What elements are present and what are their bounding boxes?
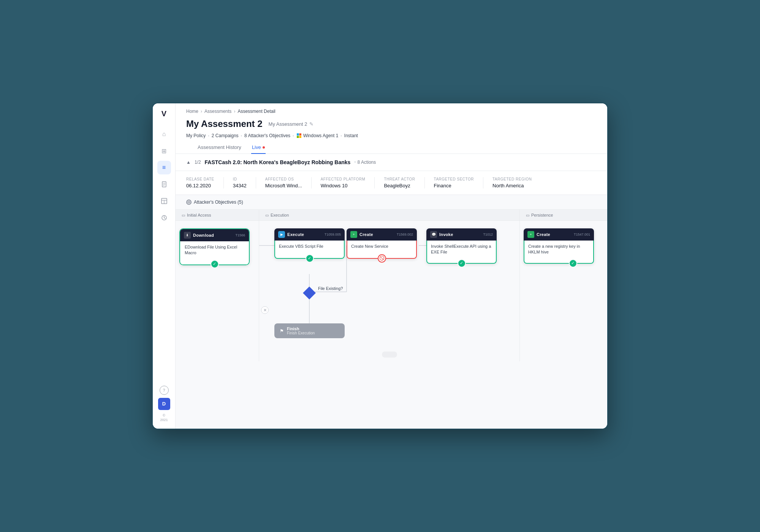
execute-id: T1059.005: [325, 233, 341, 236]
lane-body-initial-access: ⬇ Download T1566 EDownload File Using Ex…: [176, 221, 259, 354]
create-body: Create New Service 🚫: [347, 241, 417, 259]
info-col-date: Relase Date 06.12.2020: [186, 177, 224, 188]
info-label-os: Affected OS: [265, 177, 302, 181]
info-value-sector: Finance: [434, 183, 474, 188]
breadcrumb: Home › Assessments › Assessment Detail: [176, 103, 607, 114]
lane-header-execution: ▭ Execution: [259, 210, 519, 221]
scroll-indicator: [382, 352, 397, 358]
objectives-label: Attacker's Objectives (5): [194, 200, 243, 205]
campaign-toggle[interactable]: ▲: [186, 160, 191, 165]
tab-live[interactable]: Live: [251, 141, 266, 154]
sidebar-item-grid[interactable]: ⊞: [157, 144, 171, 158]
info-value-region: North America: [492, 183, 532, 188]
sidebar-item-document[interactable]: [157, 177, 171, 191]
svg-rect-8: [297, 133, 299, 136]
node-create2[interactable]: + Create T1547.001 Create a new registry…: [524, 228, 594, 264]
main-content: Home › Assessments › Assessment Detail M…: [176, 103, 607, 429]
create2-icon: +: [527, 231, 534, 238]
sidebar-item-table[interactable]: [157, 194, 171, 208]
copyright: © 2021: [160, 413, 168, 423]
invoke-icon: 💬: [430, 231, 437, 238]
invoke-status-icon: ✓: [458, 259, 466, 268]
info-value-os: Microsoft Wind...: [265, 183, 302, 188]
info-label-region: Targeted Region: [492, 177, 532, 181]
meta-dot-3: •: [293, 134, 294, 138]
sidebar-item-help[interactable]: ?: [160, 386, 169, 395]
header-top: My Assessment 2 My Assessment 2 ✎: [186, 119, 597, 129]
campaign-title: FASTCash 2.0: North Korea's BeagleBoyz R…: [205, 159, 351, 165]
lane-header-persistence: ▭ Persistence: [520, 210, 607, 221]
header: My Assessment 2 My Assessment 2 ✎ My Pol…: [176, 114, 607, 154]
finish-card: ⚑ Finish Finish Execution: [274, 323, 345, 338]
page-title: My Assessment 2: [186, 119, 263, 129]
info-col-platform: Affected Platform Windows 10: [321, 177, 375, 188]
logo: V: [162, 109, 166, 118]
user-avatar[interactable]: D: [158, 398, 170, 410]
node-create[interactable]: + Create T1569.002 Create New Service 🚫: [347, 228, 417, 259]
breadcrumb-sep-1: ›: [201, 109, 202, 114]
live-dot: [263, 146, 265, 149]
svg-rect-11: [299, 136, 301, 138]
breadcrumb-assessments[interactable]: Assessments: [204, 109, 231, 114]
lanes-container: ▭ Initial Access ⬇ Download: [176, 210, 607, 361]
sidebar: V ⌂ ⊞ ≡ ? D © 2021: [153, 103, 176, 429]
meta-dot-2: •: [241, 134, 242, 138]
create2-status-icon: ✓: [569, 259, 577, 268]
info-table: Relase Date 06.12.2020 ID 34342 Affected…: [176, 171, 607, 195]
cancel-connection[interactable]: ✕: [261, 306, 269, 314]
sidebar-item-home[interactable]: ⌂: [157, 127, 171, 141]
info-col-os: Affected OS Microsoft Wind...: [265, 177, 312, 188]
breadcrumb-sep-2: ›: [234, 109, 235, 114]
edit-icon[interactable]: ✎: [309, 121, 314, 127]
download-icon: ⬇: [184, 232, 191, 239]
info-col-region: Targeted Region North America: [492, 177, 541, 188]
meta-campaigns[interactable]: 2 Campaigns: [212, 133, 239, 138]
node-execute[interactable]: ▶ Execute T1059.005 Execute VBS Script F…: [274, 228, 345, 259]
tab-assessment-history[interactable]: Assessment History: [197, 141, 242, 154]
create-icon: +: [350, 231, 357, 238]
info-value-date: 06.12.2020: [186, 183, 214, 188]
meta-agent-label[interactable]: Windows Agent 1: [303, 133, 339, 138]
meta-type: Instant: [344, 133, 358, 138]
download-id: T1566: [235, 233, 245, 237]
sidebar-item-history[interactable]: [157, 211, 171, 225]
create2-id: T1547.001: [574, 233, 590, 236]
invoke-id: T1012: [483, 233, 493, 236]
info-col-id: ID 34342: [233, 177, 256, 188]
create2-title: Create: [537, 232, 550, 237]
node-invoke[interactable]: 💬 Invoke T1012 Invoke ShellExecute API u…: [426, 228, 497, 264]
execute-icon: ▶: [278, 231, 285, 238]
download-body: EDownload File Using Excel Macro ✓: [180, 241, 249, 264]
create-status-icon: 🚫: [378, 254, 386, 263]
breadcrumb-home[interactable]: Home: [186, 109, 198, 114]
lane-initial-access: ▭ Initial Access ⬇ Download: [176, 210, 259, 361]
execute-status-icon: ✓: [306, 254, 314, 263]
subtitle-text: My Assessment 2: [269, 121, 307, 127]
tabs: Assessment History Live: [186, 141, 597, 154]
download-status-icon: ✓: [211, 260, 219, 268]
svg-rect-10: [297, 136, 299, 138]
execute-body: Execute VBS Script File ✓: [274, 241, 345, 259]
info-label-platform: Affected Platform: [321, 177, 366, 181]
meta-objectives[interactable]: 8 Attacker's Objectives: [244, 133, 290, 138]
node-finish[interactable]: ⚑ Finish Finish Execution: [274, 323, 345, 338]
meta-policy[interactable]: My Policy: [186, 133, 206, 138]
create-title: Create: [359, 232, 373, 237]
info-value-actor: BeagleBoyz: [384, 183, 415, 188]
node-download[interactable]: ⬇ Download T1566 EDownload File Using Ex…: [179, 228, 250, 265]
header-subtitle: My Assessment 2 ✎: [269, 121, 314, 127]
create-id: T1569.002: [397, 233, 413, 236]
info-col-actor: Threat Actor BeagleBoyz: [384, 177, 424, 188]
sidebar-nav: ⌂ ⊞ ≡: [157, 127, 171, 386]
app-window: V ⌂ ⊞ ≡ ? D © 2021 Home: [152, 103, 608, 429]
sidebar-item-list[interactable]: ≡: [157, 161, 171, 174]
info-value-platform: Windows 10: [321, 183, 366, 188]
meta-dot-4: •: [340, 134, 342, 138]
create2-body: Create a new registry key in HKLM hive ✓: [524, 241, 594, 264]
header-meta: My Policy • 2 Campaigns • 8 Attacker's O…: [186, 133, 597, 138]
meta-agent: Windows Agent 1: [296, 133, 339, 138]
info-col-sector: Targeted Sector Finance: [434, 177, 483, 188]
invoke-body: Invoke ShellExecute API using a EXE File…: [426, 241, 497, 264]
finish-subtitle: Finish Execution: [287, 331, 315, 335]
lane-body-persistence: + Create T1547.001 Create a new registry…: [520, 221, 607, 354]
